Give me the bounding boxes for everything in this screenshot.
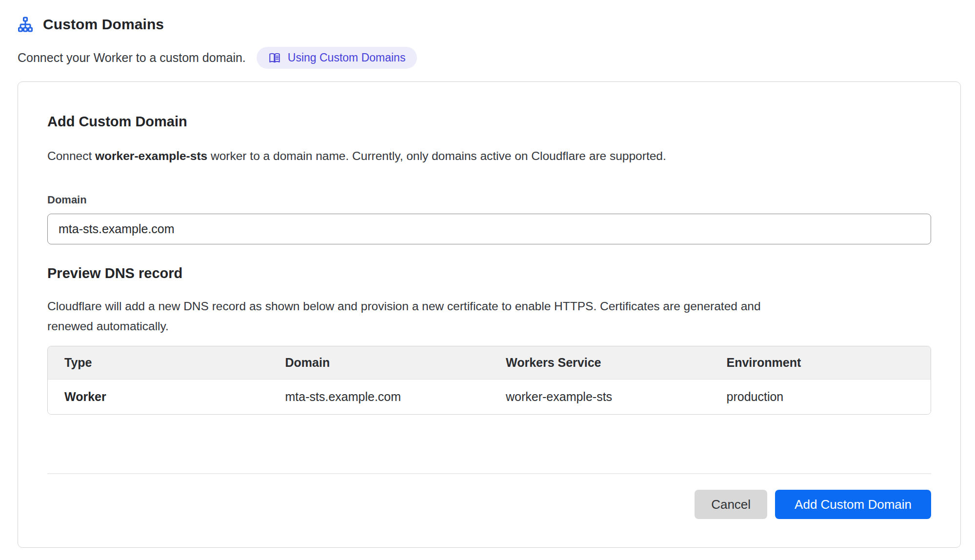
- cell-domain: mta-sts.example.com: [269, 380, 490, 415]
- domain-input[interactable]: [47, 214, 931, 244]
- dns-preview-table: Type Domain Workers Service Environment …: [47, 346, 931, 415]
- card-heading: Add Custom Domain: [47, 112, 931, 131]
- cell-workers-service: worker-example-sts: [489, 380, 710, 415]
- table-row: Worker mta-sts.example.com worker-exampl…: [48, 380, 931, 415]
- column-header-domain: Domain: [269, 346, 490, 380]
- domain-field-label: Domain: [47, 193, 931, 207]
- custom-domains-page: Custom Domains Connect your Worker to a …: [0, 0, 975, 548]
- page-subtitle: Connect your Worker to a custom domain.: [18, 47, 246, 69]
- cell-type: Worker: [48, 380, 269, 415]
- worker-name: worker-example-sts: [95, 149, 207, 162]
- intro-prefix: Connect: [47, 149, 95, 162]
- table-header-row: Type Domain Workers Service Environment: [48, 346, 931, 380]
- card-actions: Cancel Add Custom Domain: [47, 490, 931, 519]
- page-title: Custom Domains: [43, 16, 164, 33]
- preview-dns-description: Cloudflare will add a new DNS record as …: [47, 296, 774, 336]
- preview-dns-heading: Preview DNS record: [47, 264, 931, 282]
- column-header-workers-service: Workers Service: [489, 346, 710, 380]
- sitemap-icon: [18, 17, 33, 32]
- cell-environment: production: [710, 380, 931, 415]
- intro-suffix: worker to a domain name. Currently, only…: [207, 149, 666, 162]
- open-book-icon: [268, 52, 281, 64]
- column-header-environment: Environment: [710, 346, 931, 380]
- docs-link-badge[interactable]: Using Custom Domains: [257, 47, 418, 69]
- add-custom-domain-card: Add Custom Domain Connect worker-example…: [18, 81, 961, 548]
- footer-divider: [47, 473, 931, 474]
- card-intro-text: Connect worker-example-sts worker to a d…: [47, 148, 931, 164]
- page-subtitle-row: Connect your Worker to a custom domain. …: [18, 47, 961, 69]
- docs-link-label: Using Custom Domains: [288, 51, 406, 64]
- page-header: Custom Domains: [18, 16, 961, 33]
- column-header-type: Type: [48, 346, 269, 380]
- cancel-button[interactable]: Cancel: [695, 490, 767, 519]
- add-custom-domain-button[interactable]: Add Custom Domain: [775, 490, 931, 519]
